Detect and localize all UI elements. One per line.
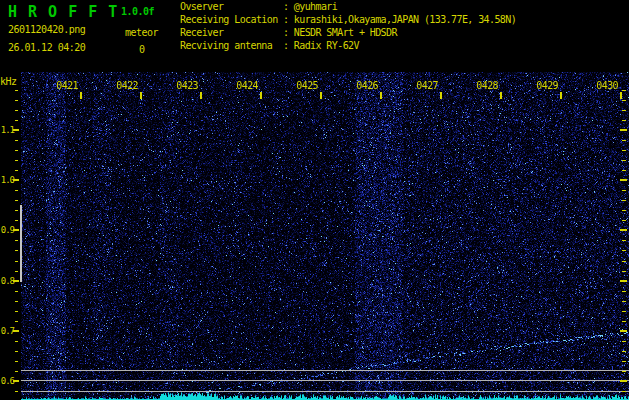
station-info-row: Ovserver: @yuhmari [180, 1, 516, 14]
frequency-minor-tick-right [622, 321, 626, 322]
frequency-major-tick [13, 380, 19, 382]
frequency-minor-tick [15, 200, 18, 201]
info-label: Receiver [180, 27, 283, 40]
frequency-tick-label: 1.0 [0, 175, 14, 185]
frequency-minor-tick-right [622, 200, 626, 201]
frequency-minor-tick-right [622, 190, 626, 191]
frequency-minor-tick-right [622, 341, 626, 342]
frequency-minor-tick [15, 321, 18, 322]
frequency-major-tick [13, 280, 19, 282]
meteor-counter-label: meteor [125, 27, 158, 38]
frequency-minor-tick-right [622, 170, 626, 171]
frequency-minor-tick-right [622, 261, 626, 262]
meteor-count-value: 0 [125, 44, 159, 55]
observation-datetime: 26.01.12 04:20 [8, 42, 85, 53]
info-label: Ovserver [180, 1, 283, 14]
time-minute-tick [260, 92, 262, 99]
frequency-major-tick-right [620, 330, 627, 332]
frequency-minor-tick [15, 391, 18, 392]
frequency-minor-tick-right [622, 311, 626, 312]
frequency-minor-tick [15, 361, 18, 362]
time-tick-label: 0423 [172, 80, 198, 91]
frequency-minor-tick-right [622, 140, 626, 141]
time-minute-tick [500, 92, 502, 99]
frequency-major-tick [13, 330, 19, 332]
frequency-tick-label: 0.9 [0, 225, 14, 235]
time-tick-label: 0422 [112, 80, 138, 91]
info-value: @yuhmari [294, 1, 337, 14]
time-minute-tick [200, 92, 202, 99]
frequency-tick-label: 0.8 [0, 276, 14, 286]
info-value: NESDR SMArt + HDSDR [294, 27, 397, 40]
frequency-minor-tick [15, 250, 18, 251]
frequency-minor-tick [15, 351, 18, 352]
frequency-major-tick [13, 129, 19, 131]
time-tick-label: 0429 [532, 80, 558, 91]
frequency-minor-tick [15, 301, 18, 302]
info-separator: : [283, 27, 294, 40]
frequency-minor-tick [15, 110, 18, 111]
frequency-minor-tick [15, 150, 18, 151]
frequency-minor-tick [15, 160, 18, 161]
frequency-minor-tick-right [622, 271, 626, 272]
info-separator: : [283, 40, 294, 53]
frequency-minor-tick-right [622, 291, 626, 292]
station-info-row: Recviving antenna: Radix RY-62V [180, 40, 516, 53]
echo-band-marker [20, 205, 22, 282]
output-filename: 2601120420.png [8, 24, 85, 35]
hrofft-screen: H R O F F T 1.0.0f 2601120420.png meteor… [0, 0, 629, 400]
frequency-minor-tick-right [622, 351, 626, 352]
frequency-tick-label: 1.1 [0, 125, 14, 135]
time-tick-label: 0428 [472, 80, 498, 91]
frequency-minor-tick-right [622, 250, 626, 251]
frequency-minor-tick-right [622, 150, 626, 151]
station-info-row: Receiver: NESDR SMArt + HDSDR [180, 27, 516, 40]
frequency-major-tick [13, 229, 19, 231]
frequency-tick-label: 0.6 [0, 376, 14, 386]
station-info-block: Ovserver: @yuhmariReceiving Location: ku… [180, 1, 516, 53]
time-minute-tick [380, 92, 382, 99]
frequency-minor-tick-right [622, 120, 626, 121]
time-tick-label: 0430 [592, 80, 618, 91]
frequency-minor-tick [15, 371, 18, 372]
frequency-minor-tick [15, 271, 18, 272]
time-tick-label: 0424 [232, 80, 258, 91]
time-minute-tick [80, 92, 82, 99]
frequency-minor-tick [15, 140, 18, 141]
frequency-minor-tick [15, 291, 18, 292]
frequency-minor-tick [15, 190, 18, 191]
frequency-major-tick-right [620, 129, 627, 131]
time-tick-label: 0425 [292, 80, 318, 91]
info-label: Receiving Location [180, 14, 283, 27]
frequency-minor-tick-right [622, 160, 626, 161]
time-minute-tick [140, 92, 142, 99]
spectrogram-canvas [21, 72, 629, 400]
frequency-minor-tick-right [622, 210, 626, 211]
frequency-major-tick-right [620, 229, 627, 231]
frequency-major-tick-right [620, 380, 627, 382]
frequency-minor-tick-right [622, 371, 626, 372]
frequency-major-tick [13, 179, 19, 181]
frequency-minor-tick-right [622, 361, 626, 362]
info-value: Radix RY-62V [294, 40, 359, 53]
time-minute-tick [320, 92, 322, 99]
frequency-minor-tick-right [622, 90, 626, 91]
frequency-minor-tick [15, 100, 18, 101]
time-minute-tick [620, 92, 622, 99]
app-version: 1.0.0f [121, 6, 154, 17]
frequency-minor-tick [15, 240, 18, 241]
frequency-unit-label: kHz [0, 76, 17, 87]
info-label: Recviving antenna [180, 40, 283, 53]
frequency-minor-tick-right [622, 240, 626, 241]
info-separator: : [283, 1, 294, 14]
info-separator: : [283, 14, 294, 27]
frequency-minor-tick-right [622, 110, 626, 111]
frequency-minor-tick-right [622, 301, 626, 302]
time-tick-label: 0426 [352, 80, 378, 91]
frequency-minor-tick-right [622, 100, 626, 101]
station-info-row: Receiving Location: kurashiki,Okayama,JA… [180, 14, 516, 27]
frequency-major-tick-right [620, 179, 627, 181]
time-tick-label: 0421 [52, 80, 78, 91]
info-value: kurashiki,Okayama,JAPAN (133.77E, 34.58N… [294, 14, 516, 27]
frequency-minor-tick-right [622, 391, 626, 392]
